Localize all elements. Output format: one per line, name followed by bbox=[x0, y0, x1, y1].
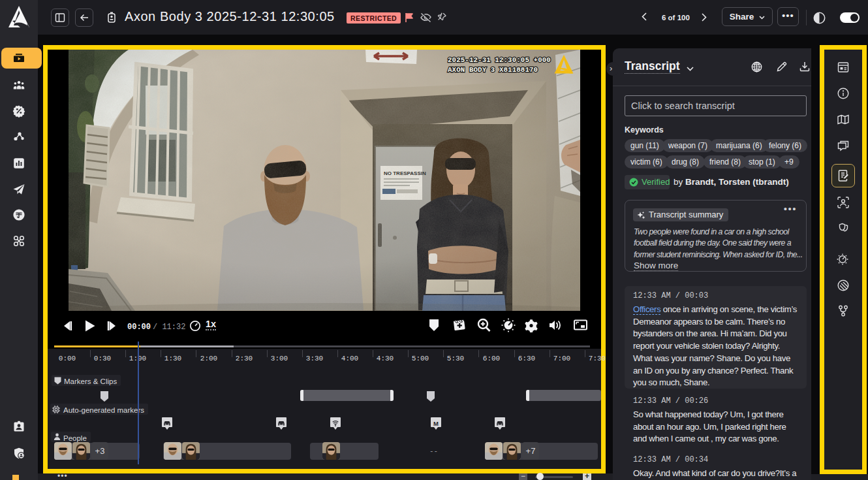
svg-text:AXON BODY 3 X81188170: AXON BODY 3 X81188170 bbox=[448, 66, 538, 74]
svg-text:/ 11:32: / 11:32 bbox=[153, 323, 185, 332]
svg-text:M: M bbox=[433, 420, 439, 427]
svg-text:2025-12-31 12:30:05 +000: 2025-12-31 12:30:05 +000 bbox=[448, 56, 551, 64]
svg-text:00:00: 00:00 bbox=[127, 323, 151, 332]
